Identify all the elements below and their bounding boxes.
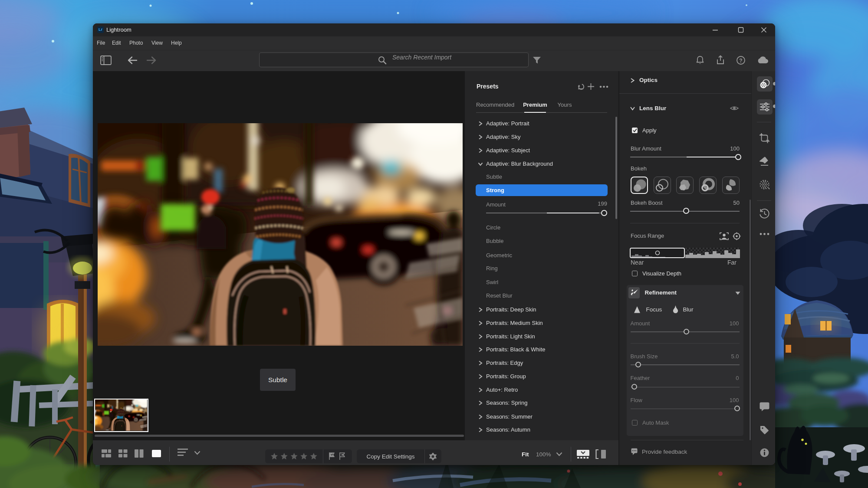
svg-text:?: ? (739, 58, 742, 64)
